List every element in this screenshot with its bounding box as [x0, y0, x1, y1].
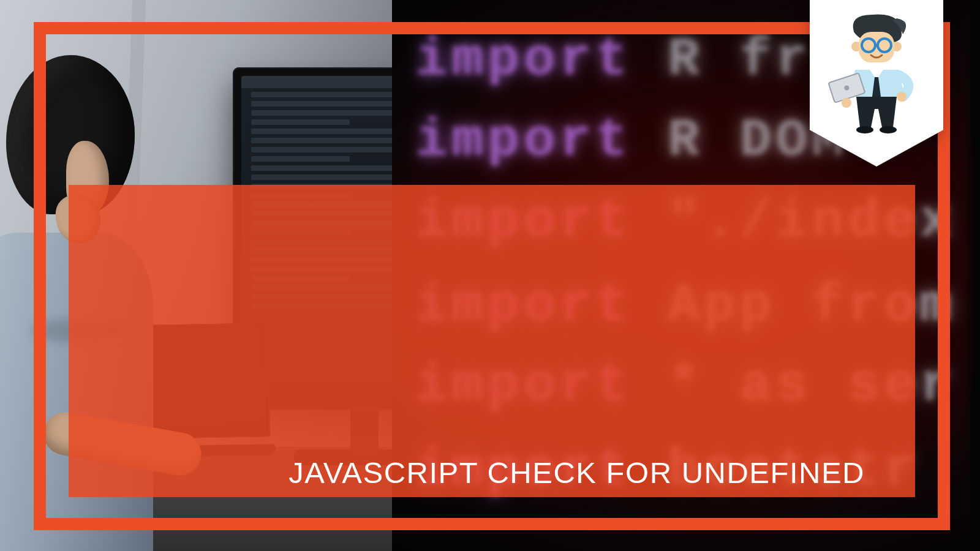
svg-point-11: [880, 126, 897, 133]
hero-graphic: import R fr import R DOM import "./index…: [0, 0, 980, 551]
mascot-icon: [824, 11, 929, 140]
code-text: R fr: [631, 29, 812, 90]
right-edge-shadow: [964, 0, 980, 551]
svg-point-8: [842, 98, 851, 108]
svg-point-10: [856, 126, 873, 133]
overlay-panel: [69, 185, 915, 497]
svg-point-9: [897, 92, 907, 102]
logo-badge: [810, 0, 943, 167]
code-keyword: import: [415, 110, 631, 171]
code-keyword: import: [415, 29, 631, 90]
hero-title: JAVASCRIPT CHECK FOR UNDEFINED: [0, 455, 905, 490]
